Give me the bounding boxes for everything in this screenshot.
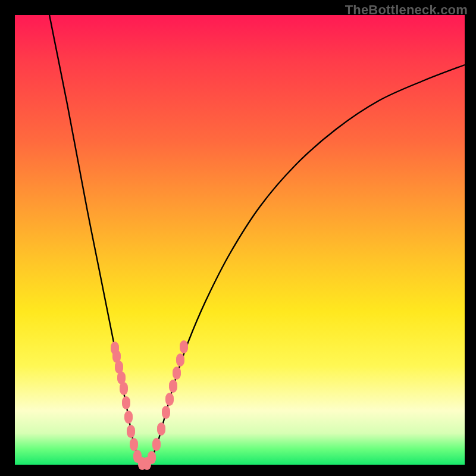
marker-dot — [124, 411, 133, 424]
curve-layer — [15, 15, 465, 465]
marker-dot — [152, 438, 161, 451]
marker-dot — [122, 396, 130, 409]
marker-dot — [157, 422, 165, 436]
marker-dot — [162, 406, 170, 419]
marker-dot — [176, 353, 184, 367]
marker-dot — [180, 340, 188, 353]
chart-stage: TheBottleneck.com — [0, 0, 476, 476]
marker-dot — [130, 438, 138, 451]
marker-dot — [127, 425, 135, 438]
right-curve — [145, 65, 465, 465]
marker-dot — [148, 451, 156, 464]
marker-dot — [120, 382, 128, 395]
left-curve — [49, 15, 145, 465]
marker-dot — [169, 380, 177, 393]
plot-area — [15, 15, 465, 465]
marker-cluster — [111, 340, 188, 470]
marker-dot — [165, 393, 174, 406]
marker-dot — [173, 367, 181, 380]
